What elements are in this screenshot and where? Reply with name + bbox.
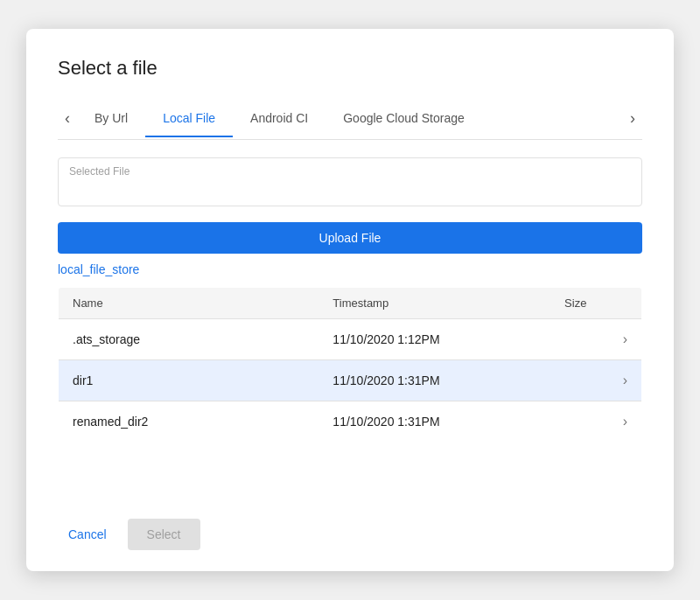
tab-by-url[interactable]: By Url bbox=[77, 101, 145, 137]
cell-size bbox=[550, 319, 609, 360]
tab-google-cloud-storage[interactable]: Google Cloud Storage bbox=[326, 101, 482, 137]
col-name-header: Name bbox=[59, 288, 319, 319]
cell-name: renamed_dir2 bbox=[59, 401, 319, 443]
cell-size bbox=[550, 401, 609, 443]
file-table: Name Timestamp Size .ats_storage11/10/20… bbox=[58, 287, 642, 443]
cell-timestamp: 11/10/2020 1:12PM bbox=[318, 319, 550, 360]
col-timestamp-header: Timestamp bbox=[318, 288, 550, 319]
cell-size bbox=[550, 360, 609, 401]
store-link[interactable]: local_file_store bbox=[58, 262, 642, 276]
selected-file-field: Selected File bbox=[58, 157, 642, 206]
select-file-dialog: Select a file ‹ By Url Local File Androi… bbox=[26, 29, 674, 571]
dialog-footer: Cancel Select bbox=[58, 505, 642, 550]
tab-android-ci[interactable]: Android CI bbox=[233, 101, 326, 137]
content-area: Selected File Upload File local_file_sto… bbox=[58, 140, 642, 477]
upload-file-button[interactable]: Upload File bbox=[58, 222, 642, 254]
tab-local-file[interactable]: Local File bbox=[145, 101, 233, 137]
cancel-button[interactable]: Cancel bbox=[58, 520, 117, 548]
table-row[interactable]: renamed_dir211/10/2020 1:31PM› bbox=[59, 401, 642, 443]
table-row[interactable]: .ats_storage11/10/2020 1:12PM› bbox=[59, 319, 642, 360]
tab-next-arrow[interactable]: › bbox=[623, 97, 642, 139]
cell-name: dir1 bbox=[59, 360, 319, 401]
cell-timestamp: 11/10/2020 1:31PM bbox=[318, 360, 550, 401]
tabs-container: ‹ By Url Local File Android CI Google Cl… bbox=[58, 97, 642, 140]
dialog-title: Select a file bbox=[58, 57, 642, 80]
chevron-right-icon: › bbox=[609, 319, 642, 360]
cell-name: .ats_storage bbox=[59, 319, 319, 360]
col-arrow-header bbox=[609, 288, 642, 319]
tabs: By Url Local File Android CI Google Clou… bbox=[77, 100, 623, 137]
chevron-right-icon: › bbox=[609, 401, 642, 443]
cell-timestamp: 11/10/2020 1:31PM bbox=[318, 401, 550, 443]
col-size-header: Size bbox=[550, 288, 609, 319]
selected-file-label: Selected File bbox=[69, 165, 130, 178]
select-button[interactable]: Select bbox=[128, 519, 200, 550]
table-header-row: Name Timestamp Size bbox=[59, 288, 642, 319]
table-row[interactable]: dir111/10/2020 1:31PM› bbox=[59, 360, 642, 401]
tab-prev-arrow[interactable]: ‹ bbox=[58, 97, 77, 139]
chevron-right-icon: › bbox=[609, 360, 642, 401]
